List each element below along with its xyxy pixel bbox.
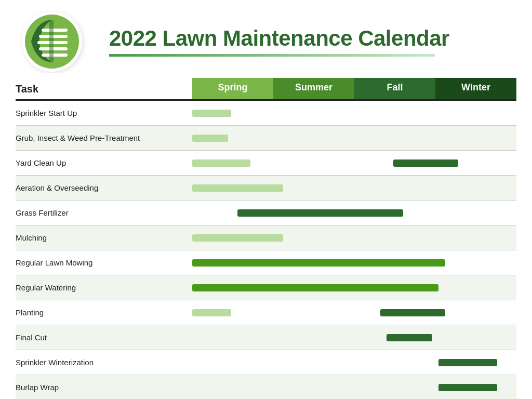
table-row: Grub, Insect & Weed Pre-Treatment [16, 126, 516, 151]
task-name: Yard Clean Up [16, 158, 192, 167]
gantt-area [192, 176, 516, 200]
gantt-bar [192, 135, 228, 142]
task-name: Planting [16, 308, 192, 317]
gantt-bar [438, 384, 497, 391]
gantt-bar [192, 184, 283, 192]
gantt-bar [237, 209, 403, 217]
table-row: Aeration & Overseeding [16, 176, 516, 201]
task-name: Grub, Insect & Weed Pre-Treatment [16, 134, 192, 142]
gantt-area [192, 101, 516, 125]
gantt-area [192, 300, 516, 325]
task-column-header: Task [16, 78, 192, 101]
task-name: Mulching [16, 233, 192, 242]
task-name: Regular Lawn Mowing [16, 258, 192, 267]
table-row: Burlap Wrap [16, 375, 516, 399]
gantt-area [192, 126, 516, 150]
table-row: Mulching [16, 225, 516, 250]
task-name: Burlap Wrap [16, 383, 192, 392]
task-name: Sprinkler Winterization [16, 358, 192, 367]
svg-rect-2 [42, 29, 68, 32]
table-body: Sprinkler Start UpGrub, Insect & Weed Pr… [16, 101, 516, 399]
gantt-bar [192, 234, 283, 242]
page-title: 2022 Lawn Maintenance Calendar [109, 26, 516, 50]
gantt-bar [438, 359, 497, 366]
table-row: Regular Lawn Mowing [16, 250, 516, 275]
seasons-header: Spring Summer Fall Winter [192, 78, 516, 101]
gantt-area [192, 325, 516, 350]
gantt-area [192, 250, 516, 275]
svg-rect-6 [42, 54, 68, 57]
gantt-area [192, 275, 516, 300]
table-row: Planting [16, 300, 516, 325]
logo-container [16, 10, 99, 73]
page: 2022 Lawn Maintenance Calendar Task Spri… [0, 0, 532, 399]
gantt-bar [380, 309, 445, 316]
season-fall: Fall [354, 78, 435, 99]
gantt-bar [192, 259, 445, 267]
gantt-area [192, 375, 516, 399]
table-row: Sprinkler Start Up [16, 101, 516, 126]
gantt-area [192, 350, 516, 375]
season-winter: Winter [435, 78, 516, 99]
task-name: Final Cut [16, 333, 192, 342]
gantt-bar [393, 159, 458, 167]
task-name: Sprinkler Start Up [16, 109, 192, 117]
gantt-area [192, 151, 516, 175]
season-spring: Spring [192, 78, 273, 99]
title-area: 2022 Lawn Maintenance Calendar [99, 26, 516, 56]
logo-icon [16, 10, 88, 73]
gantt-bar [192, 309, 231, 316]
gantt-bar [387, 334, 432, 341]
season-summer: Summer [273, 78, 354, 99]
gantt-bar [192, 110, 231, 117]
table-header: Task Spring Summer Fall Winter [16, 78, 516, 101]
table-row: Final Cut [16, 325, 516, 350]
task-name: Grass Fertilizer [16, 208, 192, 217]
title-underline [109, 54, 435, 57]
gantt-area [192, 201, 516, 225]
svg-rect-7 [49, 20, 54, 62]
table-row: Regular Watering [16, 275, 516, 300]
gantt-area [192, 225, 516, 250]
calendar-table: Task Spring Summer Fall Winter Sprinkler… [16, 78, 516, 399]
task-name: Aeration & Overseeding [16, 183, 192, 192]
table-row: Grass Fertilizer [16, 201, 516, 225]
table-row: Yard Clean Up [16, 151, 516, 176]
task-name: Regular Watering [16, 283, 192, 292]
gantt-bar [192, 284, 438, 291]
gantt-bar [192, 159, 250, 167]
table-row: Sprinkler Winterization [16, 350, 516, 375]
header: 2022 Lawn Maintenance Calendar [16, 10, 516, 73]
